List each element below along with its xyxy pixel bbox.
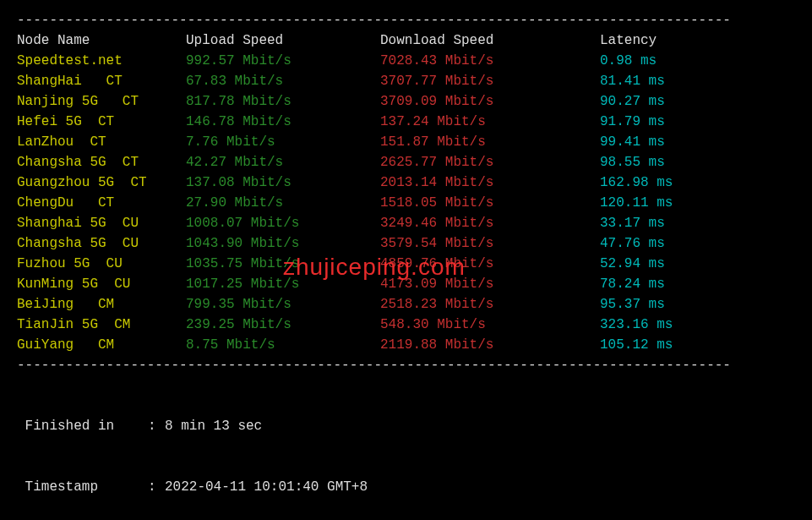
download-speed: 4859.76 Mbit/s [380, 254, 600, 274]
table-row: Speedtest.net992.57 Mbit/s7028.43 Mbit/s… [17, 51, 795, 71]
latency: 81.41 ms [600, 71, 769, 91]
upload-speed: 8.75 Mbit/s [186, 335, 380, 355]
node-name: Hefei 5G CT [17, 112, 186, 132]
table-row: Nanjing 5G CT817.78 Mbit/s3709.09 Mbit/s… [17, 91, 795, 112]
latency: 98.55 ms [600, 152, 769, 172]
upload-speed: 27.90 Mbit/s [186, 193, 380, 213]
latency: 162.98 ms [600, 172, 769, 193]
table-row: ShangHai CT67.83 Mbit/s3707.77 Mbit/s81.… [17, 71, 795, 91]
node-name: ShangHai CT [17, 71, 186, 91]
table-row: Changsha 5G CT42.27 Mbit/s2625.77 Mbit/s… [17, 152, 795, 172]
download-speed: 2119.88 Mbit/s [380, 335, 600, 355]
node-name: TianJin 5G CM [17, 315, 186, 335]
download-speed: 3707.77 Mbit/s [380, 71, 600, 91]
latency: 323.16 ms [600, 315, 769, 335]
latency: 99.41 ms [600, 132, 769, 152]
table-row: Changsha 5G CU1043.90 Mbit/s3579.54 Mbit… [17, 233, 795, 254]
latency: 120.11 ms [600, 193, 769, 213]
table-row: BeiJing CM799.35 Mbit/s2518.23 Mbit/s95.… [17, 294, 795, 315]
divider-middle: ----------------------------------------… [17, 355, 795, 375]
latency: 105.12 ms [600, 335, 769, 355]
divider-top: ----------------------------------------… [17, 10, 795, 30]
table-row: Guangzhou 5G CT137.08 Mbit/s2013.14 Mbit… [17, 172, 795, 193]
node-name: BeiJing CM [17, 294, 186, 315]
download-speed: 3579.54 Mbit/s [380, 233, 600, 254]
header-download: Download Speed [380, 30, 600, 51]
download-speed: 3249.46 Mbit/s [380, 213, 600, 233]
node-name: Shanghai 5G CU [17, 213, 186, 233]
download-speed: 137.24 Mbit/s [380, 112, 600, 132]
table-row: Hefei 5G CT146.78 Mbit/s137.24 Mbit/s91.… [17, 112, 795, 132]
download-speed: 548.30 Mbit/s [380, 315, 600, 335]
header-node: Node Name [17, 30, 186, 51]
latency: 0.98 ms [600, 51, 769, 71]
download-speed: 3709.09 Mbit/s [380, 91, 600, 112]
table-row: LanZhou CT7.76 Mbit/s151.87 Mbit/s99.41 … [17, 132, 795, 152]
latency: 78.24 ms [600, 274, 769, 294]
table-body: Speedtest.net992.57 Mbit/s7028.43 Mbit/s… [17, 51, 795, 355]
download-speed: 1518.05 Mbit/s [380, 193, 600, 213]
node-name: KunMing 5G CU [17, 274, 186, 294]
table-row: Shanghai 5G CU1008.07 Mbit/s3249.46 Mbit… [17, 213, 795, 233]
footer-timestamp-value: 2022-04-11 10:01:40 GMT+8 [165, 477, 368, 497]
upload-speed: 1043.90 Mbit/s [186, 233, 380, 254]
upload-speed: 67.83 Mbit/s [186, 71, 380, 91]
download-speed: 7028.43 Mbit/s [380, 51, 600, 71]
upload-speed: 42.27 Mbit/s [186, 152, 380, 172]
upload-speed: 799.35 Mbit/s [186, 294, 380, 315]
download-speed: 4173.09 Mbit/s [380, 274, 600, 294]
node-name: Changsha 5G CT [17, 152, 186, 172]
table-row: TianJin 5G CM239.25 Mbit/s548.30 Mbit/s3… [17, 315, 795, 335]
node-name: Nanjing 5G CT [17, 91, 186, 112]
table-row: GuiYang CM8.75 Mbit/s2119.88 Mbit/s105.1… [17, 335, 795, 355]
footer-finished-label: Finished in [17, 416, 148, 436]
footer-timestamp-label: Timestamp [17, 477, 148, 497]
table-row: Fuzhou 5G CU1035.75 Mbit/s4859.76 Mbit/s… [17, 254, 795, 274]
upload-speed: 7.76 Mbit/s [186, 132, 380, 152]
node-name: GuiYang CM [17, 335, 186, 355]
header-latency: Latency [600, 30, 769, 51]
footer-sep: : [148, 477, 165, 497]
latency: 90.27 ms [600, 91, 769, 112]
footer-sep: : [148, 416, 165, 436]
table-header: Node Name Upload Speed Download Speed La… [17, 30, 795, 51]
node-name: LanZhou CT [17, 132, 186, 152]
download-speed: 2625.77 Mbit/s [380, 152, 600, 172]
upload-speed: 1035.75 Mbit/s [186, 254, 380, 274]
download-speed: 2013.14 Mbit/s [380, 172, 600, 193]
node-name: Changsha 5G CU [17, 233, 186, 254]
latency: 91.79 ms [600, 112, 769, 132]
download-speed: 151.87 Mbit/s [380, 132, 600, 152]
footer: Finished in : 8 min 13 sec Timestamp : 2… [17, 375, 795, 520]
upload-speed: 817.78 Mbit/s [186, 91, 380, 112]
footer-finished-value: 8 min 13 sec [165, 416, 262, 436]
node-name: Speedtest.net [17, 51, 186, 71]
upload-speed: 992.57 Mbit/s [186, 51, 380, 71]
node-name: ChengDu CT [17, 193, 186, 213]
latency: 52.94 ms [600, 254, 769, 274]
latency: 47.76 ms [600, 233, 769, 254]
latency: 95.37 ms [600, 294, 769, 315]
upload-speed: 146.78 Mbit/s [186, 112, 380, 132]
upload-speed: 1017.25 Mbit/s [186, 274, 380, 294]
latency: 33.17 ms [600, 213, 769, 233]
upload-speed: 239.25 Mbit/s [186, 315, 380, 335]
upload-speed: 137.08 Mbit/s [186, 172, 380, 193]
table-row: ChengDu CT27.90 Mbit/s1518.05 Mbit/s120.… [17, 193, 795, 213]
download-speed: 2518.23 Mbit/s [380, 294, 600, 315]
table-row: KunMing 5G CU1017.25 Mbit/s4173.09 Mbit/… [17, 274, 795, 294]
footer-finished: Finished in : 8 min 13 sec [17, 416, 795, 436]
footer-timestamp: Timestamp : 2022-04-11 10:01:40 GMT+8 [17, 477, 795, 497]
header-upload: Upload Speed [186, 30, 380, 51]
upload-speed: 1008.07 Mbit/s [186, 213, 380, 233]
node-name: Fuzhou 5G CU [17, 254, 186, 274]
node-name: Guangzhou 5G CT [17, 172, 186, 193]
